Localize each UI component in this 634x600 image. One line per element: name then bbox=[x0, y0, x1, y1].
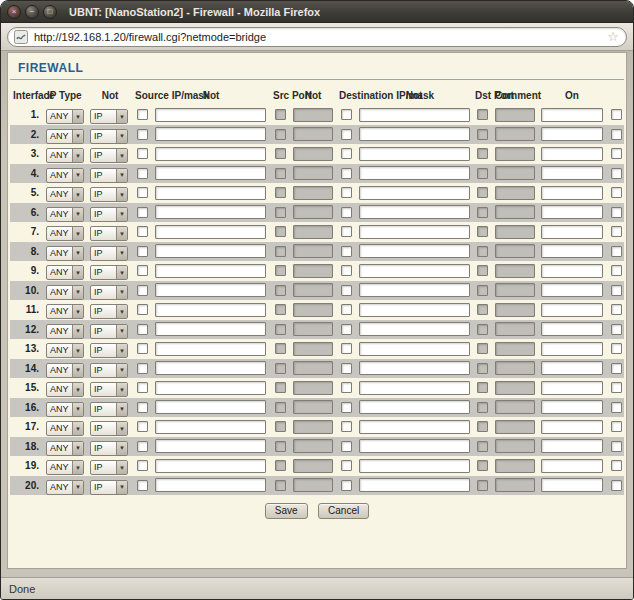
dest-ip-input[interactable] bbox=[359, 244, 470, 258]
ip-type-select[interactable]: IP▼ bbox=[90, 480, 128, 495]
not-dest-checkbox[interactable] bbox=[341, 460, 352, 471]
interface-select[interactable]: ANY▼ bbox=[46, 304, 84, 319]
comment-input[interactable] bbox=[541, 225, 603, 239]
not-dest-checkbox[interactable] bbox=[341, 441, 352, 452]
not-source-checkbox[interactable] bbox=[137, 187, 148, 198]
not-dest-checkbox[interactable] bbox=[341, 402, 352, 413]
not-source-checkbox[interactable] bbox=[137, 207, 148, 218]
comment-input[interactable] bbox=[541, 108, 603, 122]
close-icon[interactable]: × bbox=[7, 5, 21, 19]
source-ip-input[interactable] bbox=[155, 244, 266, 258]
ip-type-select[interactable]: IP▼ bbox=[90, 382, 128, 397]
source-ip-input[interactable] bbox=[155, 361, 266, 375]
source-ip-input[interactable] bbox=[155, 342, 266, 356]
source-ip-input[interactable] bbox=[155, 303, 266, 317]
not-dest-checkbox[interactable] bbox=[341, 129, 352, 140]
comment-input[interactable] bbox=[541, 381, 603, 395]
on-checkbox[interactable] bbox=[611, 285, 622, 296]
comment-input[interactable] bbox=[541, 186, 603, 200]
interface-select[interactable]: ANY▼ bbox=[46, 441, 84, 456]
not-source-checkbox[interactable] bbox=[137, 343, 148, 354]
dest-ip-input[interactable] bbox=[359, 108, 470, 122]
on-checkbox[interactable] bbox=[611, 207, 622, 218]
ip-type-select[interactable]: IP▼ bbox=[90, 441, 128, 456]
not-dest-checkbox[interactable] bbox=[341, 324, 352, 335]
source-ip-input[interactable] bbox=[155, 205, 266, 219]
dest-ip-input[interactable] bbox=[359, 439, 470, 453]
not-dest-checkbox[interactable] bbox=[341, 226, 352, 237]
not-source-checkbox[interactable] bbox=[137, 441, 148, 452]
ip-type-select[interactable]: IP▼ bbox=[90, 246, 128, 261]
comment-input[interactable] bbox=[541, 205, 603, 219]
dest-ip-input[interactable] bbox=[359, 478, 470, 492]
interface-select[interactable]: ANY▼ bbox=[46, 363, 84, 378]
interface-select[interactable]: ANY▼ bbox=[46, 226, 84, 241]
dest-ip-input[interactable] bbox=[359, 459, 470, 473]
on-checkbox[interactable] bbox=[611, 265, 622, 276]
interface-select[interactable]: ANY▼ bbox=[46, 246, 84, 261]
comment-input[interactable] bbox=[541, 439, 603, 453]
not-dest-checkbox[interactable] bbox=[341, 285, 352, 296]
comment-input[interactable] bbox=[541, 400, 603, 414]
dest-ip-input[interactable] bbox=[359, 303, 470, 317]
on-checkbox[interactable] bbox=[611, 226, 622, 237]
not-source-checkbox[interactable] bbox=[137, 265, 148, 276]
interface-select[interactable]: ANY▼ bbox=[46, 382, 84, 397]
ip-type-select[interactable]: IP▼ bbox=[90, 402, 128, 417]
ip-type-select[interactable]: IP▼ bbox=[90, 304, 128, 319]
interface-select[interactable]: ANY▼ bbox=[46, 343, 84, 358]
on-checkbox[interactable] bbox=[611, 441, 622, 452]
not-dest-checkbox[interactable] bbox=[341, 265, 352, 276]
dest-ip-input[interactable] bbox=[359, 186, 470, 200]
interface-select[interactable]: ANY▼ bbox=[46, 129, 84, 144]
not-dest-checkbox[interactable] bbox=[341, 382, 352, 393]
not-dest-checkbox[interactable] bbox=[341, 207, 352, 218]
comment-input[interactable] bbox=[541, 361, 603, 375]
on-checkbox[interactable] bbox=[611, 148, 622, 159]
not-source-checkbox[interactable] bbox=[137, 148, 148, 159]
comment-input[interactable] bbox=[541, 322, 603, 336]
comment-input[interactable] bbox=[541, 342, 603, 356]
dest-ip-input[interactable] bbox=[359, 127, 470, 141]
ip-type-select[interactable]: IP▼ bbox=[90, 109, 128, 124]
comment-input[interactable] bbox=[541, 283, 603, 297]
dest-ip-input[interactable] bbox=[359, 342, 470, 356]
not-source-checkbox[interactable] bbox=[137, 285, 148, 296]
not-source-checkbox[interactable] bbox=[137, 460, 148, 471]
source-ip-input[interactable] bbox=[155, 283, 266, 297]
not-source-checkbox[interactable] bbox=[137, 129, 148, 140]
comment-input[interactable] bbox=[541, 459, 603, 473]
minimize-icon[interactable]: − bbox=[25, 5, 39, 19]
ip-type-select[interactable]: IP▼ bbox=[90, 207, 128, 222]
not-dest-checkbox[interactable] bbox=[341, 363, 352, 374]
dest-ip-input[interactable] bbox=[359, 400, 470, 414]
not-dest-checkbox[interactable] bbox=[341, 148, 352, 159]
comment-input[interactable] bbox=[541, 478, 603, 492]
ip-type-select[interactable]: IP▼ bbox=[90, 421, 128, 436]
ip-type-select[interactable]: IP▼ bbox=[90, 460, 128, 475]
not-source-checkbox[interactable] bbox=[137, 324, 148, 335]
ip-type-select[interactable]: IP▼ bbox=[90, 129, 128, 144]
source-ip-input[interactable] bbox=[155, 478, 266, 492]
interface-select[interactable]: ANY▼ bbox=[46, 285, 84, 300]
interface-select[interactable]: ANY▼ bbox=[46, 480, 84, 495]
dest-ip-input[interactable] bbox=[359, 381, 470, 395]
interface-select[interactable]: ANY▼ bbox=[46, 402, 84, 417]
dest-ip-input[interactable] bbox=[359, 361, 470, 375]
on-checkbox[interactable] bbox=[611, 109, 622, 120]
not-dest-checkbox[interactable] bbox=[341, 187, 352, 198]
not-source-checkbox[interactable] bbox=[137, 168, 148, 179]
ip-type-select[interactable]: IP▼ bbox=[90, 324, 128, 339]
dest-ip-input[interactable] bbox=[359, 420, 470, 434]
source-ip-input[interactable] bbox=[155, 108, 266, 122]
not-source-checkbox[interactable] bbox=[137, 226, 148, 237]
on-checkbox[interactable] bbox=[611, 129, 622, 140]
source-ip-input[interactable] bbox=[155, 147, 266, 161]
interface-select[interactable]: ANY▼ bbox=[46, 148, 84, 163]
comment-input[interactable] bbox=[541, 147, 603, 161]
source-ip-input[interactable] bbox=[155, 400, 266, 414]
on-checkbox[interactable] bbox=[611, 246, 622, 257]
source-ip-input[interactable] bbox=[155, 264, 266, 278]
bookmark-star-icon[interactable]: ☆ bbox=[606, 30, 620, 44]
not-dest-checkbox[interactable] bbox=[341, 168, 352, 179]
